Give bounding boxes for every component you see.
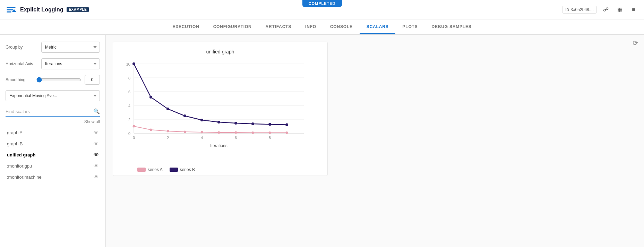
smoothing-type-select[interactable]: Exponential Moving Ave... None: [6, 90, 100, 101]
svg-text:8: 8: [269, 136, 271, 140]
smoothing-label: Smoothing: [6, 77, 33, 82]
smoothing-row: Smoothing: [6, 75, 100, 85]
svg-text:2: 2: [128, 118, 130, 122]
refresh-icon-area: ⟳: [633, 39, 638, 47]
group-by-select[interactable]: Metric None: [41, 42, 100, 53]
app-title: Explicit Logging: [20, 7, 63, 13]
svg-point-27: [184, 131, 186, 133]
document-icon[interactable]: ☍: [601, 5, 611, 15]
svg-text:4: 4: [201, 136, 203, 140]
svg-point-25: [150, 129, 152, 131]
svg-text:8: 8: [128, 76, 130, 80]
svg-point-39: [217, 121, 220, 124]
scalar-name-graph-a: graph A: [7, 130, 94, 135]
show-all-label[interactable]: Show all: [84, 119, 100, 124]
chart-svg-wrapper: 10 8 6 4 2 0: [120, 59, 320, 164]
sidebar: Group by Metric None Horizontal Axis Ite…: [0, 35, 106, 247]
svg-rect-0: [7, 7, 16, 8]
svg-point-28: [201, 131, 203, 134]
completed-banner: COMPLETED: [302, 0, 342, 7]
svg-point-29: [218, 131, 220, 134]
visibility-icon-graph-b[interactable]: 👁︎: [94, 141, 98, 146]
chart-container: unified graph 10 8 6 4 2 0: [113, 42, 328, 176]
svg-point-32: [269, 131, 271, 134]
main-content: Group by Metric None Horizontal Axis Ite…: [0, 35, 644, 247]
group-by-label: Group by: [6, 45, 38, 50]
horizontal-axis-select[interactable]: Iterations Time Epochs: [41, 58, 100, 69]
svg-text:0: 0: [128, 131, 130, 136]
svg-point-35: [149, 96, 152, 99]
chart-legend: series A series B: [120, 167, 320, 172]
svg-point-24: [133, 125, 135, 128]
app-identity: Explicit Logging EXAMPLE: [6, 4, 89, 15]
id-label: ID: [565, 8, 569, 12]
svg-point-41: [251, 122, 254, 125]
legend-color-a: [137, 168, 146, 172]
horizontal-axis-label: Horizontal Axis: [6, 61, 38, 66]
visibility-icon-monitor-machine[interactable]: 👁︎: [94, 174, 98, 180]
chart-area: unified graph 10 8 6 4 2 0: [106, 35, 644, 247]
legend-label-b: series B: [180, 167, 195, 172]
legend-series-b: series B: [170, 167, 195, 172]
svg-point-30: [235, 131, 237, 134]
list-item-graph-a[interactable]: graph A 👁︎: [6, 127, 100, 138]
svg-point-33: [286, 131, 288, 134]
scalar-name-monitor-gpu: :monitor:gpu: [7, 163, 94, 169]
task-id-badge: ID 3a052b68....: [562, 6, 597, 14]
smoothing-value-input[interactable]: [85, 75, 100, 85]
id-value: 3a052b68....: [570, 7, 594, 12]
list-item-monitor-gpu[interactable]: :monitor:gpu 👁︎: [6, 160, 100, 171]
chart-title: unified graph: [120, 49, 320, 54]
tab-info[interactable]: INFO: [298, 20, 323, 34]
smoothing-slider[interactable]: [36, 77, 81, 83]
visibility-icon-monitor-gpu[interactable]: 👁︎: [94, 163, 98, 169]
horizontal-axis-row: Horizontal Axis Iterations Time Epochs: [6, 58, 100, 69]
tab-plots[interactable]: PLOTS: [395, 20, 424, 34]
tab-console[interactable]: CONSOLE: [323, 20, 360, 34]
search-row: 🔍: [6, 108, 100, 117]
list-item-unified-graph[interactable]: unified graph 👁: [6, 149, 100, 160]
svg-text:2: 2: [167, 136, 169, 140]
svg-point-43: [285, 124, 288, 126]
tab-artifacts[interactable]: ARTIFACTS: [259, 20, 299, 34]
tab-execution[interactable]: EXECUTION: [165, 20, 206, 34]
search-icon: 🔍: [93, 108, 100, 114]
scalar-name-unified-graph: unified graph: [7, 152, 94, 157]
visibility-icon-unified-graph[interactable]: 👁: [94, 152, 98, 157]
svg-point-36: [166, 108, 169, 110]
legend-label-a: series A: [148, 167, 163, 172]
scalar-name-graph-b: graph B: [7, 141, 94, 146]
svg-text:4: 4: [128, 104, 130, 108]
app-logo: [6, 4, 17, 15]
chart-svg: 10 8 6 4 2 0: [120, 59, 314, 163]
top-bar: Explicit Logging EXAMPLE COMPLETED ID 3a…: [0, 0, 644, 19]
tab-scalars[interactable]: SCALARS: [360, 20, 396, 34]
tab-configuration[interactable]: CONFIGURATION: [206, 20, 259, 34]
svg-point-40: [234, 122, 237, 125]
menu-icon[interactable]: ≡: [629, 5, 638, 15]
scalar-name-monitor-machine: :monitor:machine: [7, 174, 94, 180]
svg-rect-1: [7, 9, 14, 10]
svg-point-42: [268, 123, 271, 126]
visibility-icon-graph-a[interactable]: 👁︎: [94, 130, 98, 135]
example-badge: EXAMPLE: [67, 7, 89, 12]
search-input[interactable]: [6, 109, 93, 114]
svg-point-38: [200, 119, 203, 121]
svg-text:Iterations: Iterations: [210, 143, 227, 148]
list-item-graph-b[interactable]: graph B 👁︎: [6, 138, 100, 149]
svg-point-26: [167, 130, 169, 133]
layout-icon[interactable]: ▦: [615, 5, 625, 15]
tab-debug-samples[interactable]: DEBUG SAMPLES: [424, 20, 478, 34]
legend-color-b: [170, 168, 178, 172]
svg-text:10: 10: [126, 62, 130, 66]
legend-series-a: series A: [137, 167, 163, 172]
list-item-monitor-machine[interactable]: :monitor:machine 👁︎: [6, 171, 100, 182]
svg-text:6: 6: [128, 90, 130, 94]
group-by-row: Group by Metric None: [6, 42, 100, 53]
svg-point-37: [183, 114, 186, 117]
svg-point-31: [252, 131, 254, 134]
top-bar-actions: ID 3a052b68.... ☍ ▦ ≡: [562, 5, 638, 15]
show-all-row: Show all: [6, 119, 100, 124]
svg-text:6: 6: [235, 136, 237, 140]
refresh-icon[interactable]: ⟳: [633, 39, 638, 47]
